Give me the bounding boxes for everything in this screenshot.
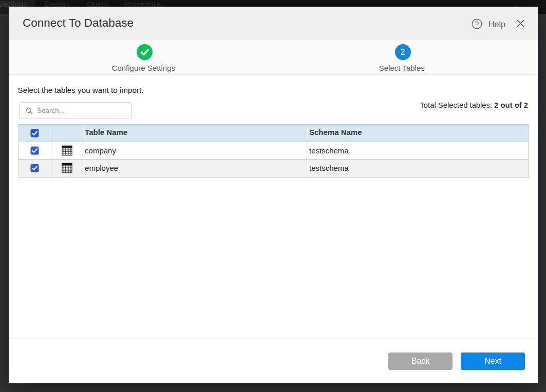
svg-text:?: ? xyxy=(475,20,479,28)
